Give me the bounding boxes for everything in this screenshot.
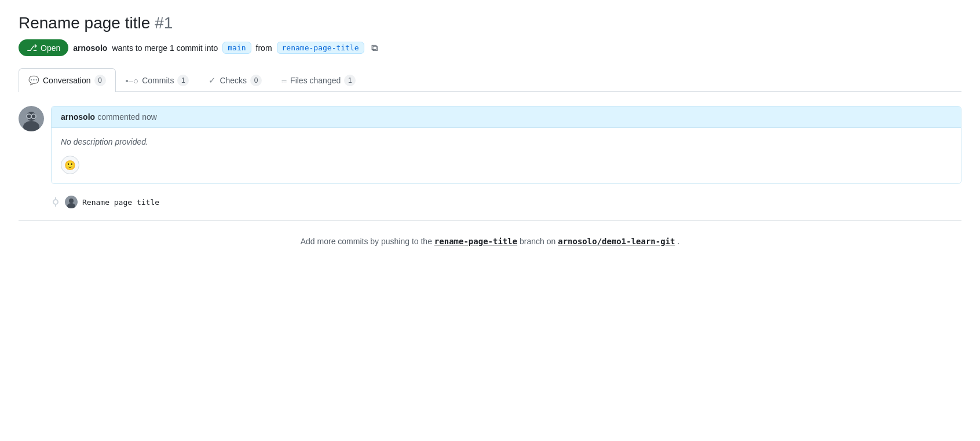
- commit-dot-icon: [51, 197, 60, 207]
- content-area: arnosolo commented now No description pr…: [19, 92, 961, 208]
- copy-branch-button[interactable]: ⧉: [369, 42, 380, 54]
- tab-commits-count: 1: [177, 75, 189, 86]
- tab-checks-count: 0: [250, 75, 262, 86]
- comment-box: arnosolo commented now No description pr…: [51, 106, 961, 184]
- checks-icon: ✓: [209, 75, 216, 86]
- commits-icon: •–○: [126, 76, 139, 86]
- pr-meta: ⎇ Open arnosolo wants to merge 1 commit …: [19, 39, 961, 56]
- avatar: [19, 106, 44, 131]
- tab-checks[interactable]: ✓ Checks 0: [199, 68, 272, 92]
- tab-commits[interactable]: •–○ Commits 1: [116, 68, 199, 92]
- tab-files-changed-label: Files changed: [290, 76, 341, 85]
- commit-message: Rename page title: [82, 198, 159, 207]
- commit-reference: Rename page title: [51, 196, 961, 208]
- target-branch[interactable]: main: [222, 42, 251, 54]
- commit-avatar: [65, 196, 78, 208]
- tab-files-changed[interactable]: ⎓ Files changed 1: [272, 68, 365, 92]
- footer-middle: branch on: [520, 237, 555, 246]
- tab-files-changed-count: 1: [344, 75, 356, 86]
- pr-title-container: Rename page title #1: [19, 14, 961, 32]
- conversation-icon: 💬: [28, 75, 39, 86]
- footer-suffix: .: [677, 237, 679, 246]
- section-divider: [19, 220, 961, 220]
- comment-thread: arnosolo commented now No description pr…: [19, 106, 961, 184]
- source-branch[interactable]: rename-page-title: [277, 42, 364, 54]
- footer-repo-link[interactable]: arnosolo/demo1-learn-git: [558, 237, 675, 246]
- pr-title: Rename page title: [19, 14, 150, 32]
- merge-icon: ⎇: [27, 42, 37, 53]
- tab-conversation-label: Conversation: [43, 76, 91, 85]
- footer: Add more commits by pushing to the renam…: [19, 232, 961, 251]
- pr-from-text: from: [256, 43, 272, 53]
- emoji-icon: 🙂: [64, 160, 76, 171]
- pr-meta-text: wants to merge 1 commit into: [112, 43, 218, 53]
- svg-point-7: [53, 200, 58, 204]
- comment-header: arnosolo commented now: [52, 106, 961, 128]
- tab-conversation[interactable]: 💬 Conversation 0: [19, 68, 116, 92]
- copy-icon: ⧉: [371, 43, 378, 53]
- commit-dot-area: [51, 197, 60, 207]
- status-badge: ⎇ Open: [19, 39, 68, 56]
- emoji-reaction-button[interactable]: 🙂: [61, 156, 79, 174]
- status-label: Open: [41, 43, 60, 53]
- tab-conversation-count: 0: [94, 75, 106, 86]
- comment-description: No description provided.: [61, 137, 952, 146]
- comment-time: commented now: [97, 112, 157, 122]
- footer-branch-link[interactable]: rename-page-title: [434, 237, 517, 246]
- tab-commits-label: Commits: [142, 76, 174, 85]
- pr-author: arnosolo: [73, 43, 107, 53]
- pr-number: #1: [155, 14, 173, 32]
- footer-prefix: Add more commits by pushing to the: [301, 237, 432, 246]
- comment-body: No description provided. 🙂: [52, 128, 961, 183]
- comment-author: arnosolo: [61, 112, 95, 122]
- tab-checks-label: Checks: [220, 76, 247, 85]
- files-changed-icon: ⎓: [281, 76, 287, 86]
- svg-point-10: [69, 199, 74, 203]
- pr-tabs: 💬 Conversation 0 •–○ Commits 1 ✓ Checks …: [19, 68, 961, 92]
